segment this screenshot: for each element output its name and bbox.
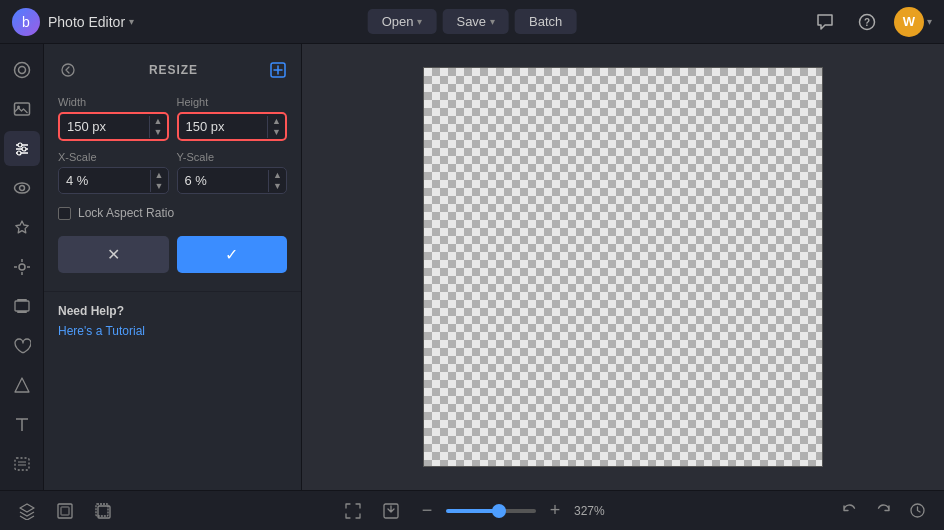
yscale-increment-button[interactable]: ▲ (269, 170, 286, 181)
app-logo: b (12, 8, 40, 36)
icon-bar-shape-btn[interactable] (4, 368, 40, 403)
yscale-group: Y-Scale ▲ ▼ (177, 151, 288, 194)
height-decrement-button[interactable]: ▼ (268, 127, 285, 138)
bottom-right-buttons (834, 496, 932, 526)
main-area: RESIZE Width ▲ ▼ (0, 44, 944, 490)
icon-bar-eye-btn[interactable] (4, 170, 40, 205)
xscale-group: X-Scale ▲ ▼ (58, 151, 169, 194)
yscale-decrement-button[interactable]: ▼ (269, 181, 286, 192)
height-spinners: ▲ ▼ (267, 116, 285, 138)
title-chevron-icon: ▾ (129, 16, 134, 27)
icon-bar-transform-btn[interactable] (4, 249, 40, 284)
width-increment-button[interactable]: ▲ (150, 116, 167, 127)
open-button[interactable]: Open ▾ (368, 9, 437, 34)
xscale-input[interactable] (59, 168, 150, 193)
width-label: Width (58, 96, 169, 108)
svg-point-12 (14, 183, 29, 193)
topbar: b Photo Editor ▾ Open ▾ Save ▾ Batch ? (0, 0, 944, 44)
panel-header: RESIZE (44, 54, 301, 90)
zoom-percent: 327% (574, 504, 614, 518)
scale-row: X-Scale ▲ ▼ Y-Scale ▲ (58, 151, 287, 194)
svg-marker-22 (15, 378, 29, 392)
canvas-image (423, 67, 823, 467)
panel-link-icon (267, 59, 289, 81)
zoom-slider[interactable] (446, 509, 536, 513)
width-input[interactable] (60, 114, 149, 139)
redo-button[interactable] (868, 496, 898, 526)
svg-rect-25 (15, 458, 29, 470)
cancel-button[interactable]: ✕ (58, 236, 169, 273)
layers-button[interactable] (12, 496, 42, 526)
icon-bar-image-btn[interactable] (4, 91, 40, 126)
export-button[interactable] (376, 496, 406, 526)
panel-title: RESIZE (149, 63, 198, 77)
user-avatar: W (894, 7, 924, 37)
svg-point-9 (18, 143, 22, 147)
icon-bar-heart-btn[interactable] (4, 328, 40, 363)
svg-rect-30 (58, 504, 72, 518)
yscale-input-wrapper: ▲ ▼ (177, 167, 288, 194)
icon-bar-layers-btn[interactable] (4, 289, 40, 324)
undo-button[interactable] (834, 496, 864, 526)
height-label: Height (177, 96, 288, 108)
xscale-label: X-Scale (58, 151, 169, 163)
confirm-button[interactable]: ✓ (177, 236, 288, 273)
icon-bar-star-btn[interactable] (4, 210, 40, 245)
lock-aspect-ratio-checkbox[interactable] (58, 207, 71, 220)
xscale-spinners: ▲ ▼ (150, 170, 168, 192)
dimension-row: Width ▲ ▼ Height ▲ (58, 96, 287, 141)
batch-button[interactable]: Batch (515, 9, 576, 34)
xscale-decrement-button[interactable]: ▼ (151, 181, 168, 192)
panel-back-button[interactable] (56, 58, 80, 82)
svg-point-13 (19, 186, 24, 191)
save-button[interactable]: Save ▾ (442, 9, 509, 34)
icon-bar (0, 44, 44, 490)
icon-bar-adjust-btn[interactable] (4, 131, 40, 166)
height-input[interactable] (179, 114, 268, 139)
svg-point-11 (17, 151, 21, 155)
svg-point-10 (22, 147, 26, 151)
svg-point-2 (14, 62, 29, 77)
yscale-input[interactable] (178, 168, 269, 193)
zoom-minus-button[interactable]: − (414, 498, 440, 524)
chat-button[interactable] (810, 7, 840, 37)
svg-rect-19 (15, 301, 29, 311)
width-spinners: ▲ ▼ (149, 116, 167, 138)
help-title: Need Help? (58, 304, 287, 318)
bottom-bar: − + 327% (0, 490, 944, 530)
user-chevron-icon: ▾ (927, 16, 932, 27)
svg-text:?: ? (864, 17, 870, 28)
cancel-icon: ✕ (107, 245, 120, 264)
yscale-spinners: ▲ ▼ (268, 170, 286, 192)
history-button[interactable] (902, 496, 932, 526)
action-row: ✕ ✓ (58, 236, 287, 273)
icon-bar-home-btn[interactable] (4, 52, 40, 87)
canvas-area[interactable] (302, 44, 944, 490)
lock-aspect-ratio-label: Lock Aspect Ratio (78, 206, 174, 220)
app-title: Photo Editor (48, 14, 125, 30)
svg-point-3 (18, 66, 25, 73)
height-increment-button[interactable]: ▲ (268, 116, 285, 127)
yscale-label: Y-Scale (177, 151, 288, 163)
svg-point-28 (62, 64, 74, 76)
expand-button[interactable] (338, 496, 368, 526)
icon-bar-text-btn[interactable] (4, 407, 40, 442)
xscale-increment-button[interactable]: ▲ (151, 170, 168, 181)
resize-section: Width ▲ ▼ Height ▲ (44, 90, 301, 287)
icon-bar-brush-btn[interactable] (4, 447, 40, 482)
height-input-wrapper: ▲ ▼ (177, 112, 288, 141)
crop-button[interactable] (88, 496, 118, 526)
svg-point-14 (19, 264, 25, 270)
user-avatar-wrapper[interactable]: W ▾ (894, 7, 932, 37)
app-title-group[interactable]: Photo Editor ▾ (48, 14, 134, 30)
help-button[interactable]: ? (852, 7, 882, 37)
width-group: Width ▲ ▼ (58, 96, 169, 141)
help-link[interactable]: Here's a Tutorial (58, 324, 145, 338)
width-decrement-button[interactable]: ▼ (150, 127, 167, 138)
svg-rect-31 (61, 507, 69, 515)
help-section: Need Help? Here's a Tutorial (44, 291, 301, 339)
zoom-plus-button[interactable]: + (542, 498, 568, 524)
zoom-controls: − + 327% (414, 498, 614, 524)
width-input-wrapper: ▲ ▼ (58, 112, 169, 141)
frames-button[interactable] (50, 496, 80, 526)
